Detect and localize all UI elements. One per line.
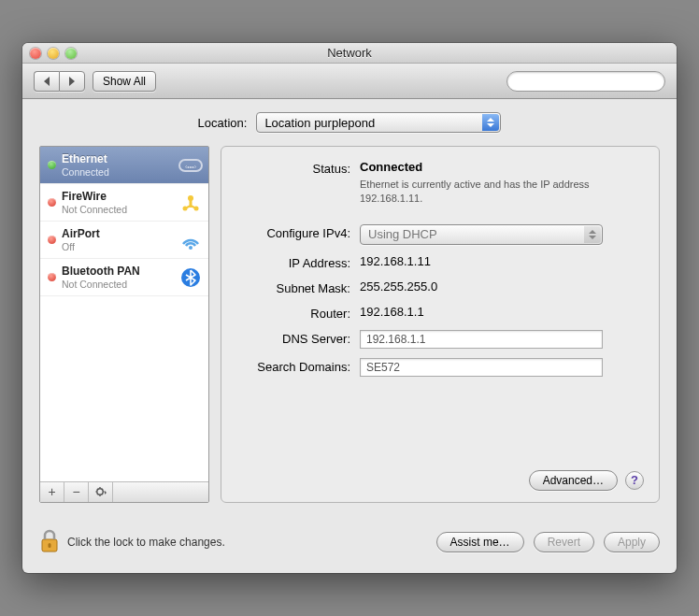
- search-field[interactable]: [506, 71, 665, 92]
- toolbar: Show All: [22, 64, 677, 99]
- updown-arrows-icon: [584, 226, 601, 243]
- search-domains-label: Search Domains:: [221, 358, 360, 374]
- dns-input[interactable]: [360, 330, 603, 349]
- location-value: Location purplepond: [264, 116, 375, 130]
- ethernet-icon: ‹•••›: [178, 153, 203, 178]
- bottom-buttons: Assist me… Revert Apply: [436, 532, 660, 552]
- interface-status: Off: [62, 241, 178, 252]
- interface-status: Not Connected: [62, 279, 178, 290]
- apply-button[interactable]: Apply: [604, 532, 660, 552]
- interface-name: FireWire: [62, 191, 178, 204]
- main: Ethernet Connected ‹•••› FireWire Not Co…: [39, 146, 660, 503]
- chevron-right-icon: [69, 77, 75, 86]
- status-description: Ethernet is currently active and has the…: [360, 178, 603, 206]
- location-label: Location:: [198, 116, 248, 130]
- configure-label: Configure IPv4:: [221, 224, 360, 240]
- svg-line-20: [102, 489, 103, 490]
- svg-line-9: [191, 206, 196, 208]
- bluetooth-icon: [178, 265, 203, 290]
- network-preferences-window: Network Show All Location: Location purp…: [22, 43, 677, 573]
- search-domains-row: Search Domains:: [221, 358, 642, 377]
- add-interface-button[interactable]: +: [40, 482, 64, 502]
- svg-rect-22: [49, 543, 51, 548]
- svg-text:‹•••›: ‹•••›: [185, 164, 197, 170]
- location-row: Location: Location purplepond: [39, 112, 660, 133]
- interface-list: Ethernet Connected ‹•••› FireWire Not Co…: [40, 147, 208, 481]
- bottom-bar: Click the lock to make changes. Assist m…: [22, 516, 677, 573]
- subnet-row: Subnet Mask: 255.255.255.0: [221, 279, 642, 295]
- configure-value: Using DHCP: [368, 227, 437, 241]
- action-menu-button[interactable]: [89, 482, 113, 502]
- status-value: Connected: [360, 160, 642, 174]
- updown-arrows-icon: [482, 114, 499, 131]
- search-domains-input[interactable]: [360, 358, 603, 377]
- search-input[interactable]: [519, 75, 659, 88]
- remove-interface-button[interactable]: −: [64, 482, 89, 502]
- advanced-button[interactable]: Advanced…: [529, 470, 618, 491]
- sidebar-item-bluetooth[interactable]: Bluetooth PAN Not Connected: [40, 259, 208, 296]
- configure-row: Configure IPv4: Using DHCP: [221, 224, 642, 245]
- status-dot-icon: [48, 198, 56, 207]
- nav-back-forward: [34, 71, 85, 92]
- configure-popup[interactable]: Using DHCP: [360, 224, 603, 245]
- sidebar-footer: + −: [40, 481, 208, 502]
- content: Location: Location purplepond Ethernet C…: [22, 99, 677, 516]
- chevron-left-icon: [44, 77, 50, 86]
- interface-name: AirPort: [62, 228, 178, 241]
- router-row: Router: 192.168.1.1: [221, 305, 642, 321]
- subnet-label: Subnet Mask:: [221, 279, 360, 295]
- interface-status: Connected: [62, 166, 178, 178]
- lock-row: Click the lock to make changes.: [39, 529, 225, 556]
- interface-name: Bluetooth PAN: [62, 265, 178, 279]
- status-label: Status:: [221, 160, 360, 176]
- router-value: 192.168.1.1: [360, 305, 642, 319]
- status-dot-icon: [48, 236, 56, 244]
- back-button[interactable]: [34, 71, 59, 92]
- help-button[interactable]: ?: [625, 471, 644, 490]
- svg-line-17: [97, 489, 98, 490]
- svg-point-10: [189, 246, 193, 250]
- svg-line-18: [102, 494, 103, 495]
- forward-button[interactable]: [59, 71, 85, 92]
- status-dot-icon: [48, 273, 56, 281]
- sidebar-item-airport[interactable]: AirPort Off: [40, 222, 208, 259]
- subnet-value: 255.255.255.0: [360, 279, 642, 294]
- details-footer: Advanced… ?: [529, 470, 644, 491]
- show-all-button[interactable]: Show All: [93, 71, 156, 92]
- interface-sidebar: Ethernet Connected ‹•••› FireWire Not Co…: [39, 146, 209, 503]
- dns-row: DNS Server:: [221, 330, 642, 349]
- lock-text: Click the lock to make changes.: [67, 536, 225, 549]
- revert-button[interactable]: Revert: [534, 532, 594, 552]
- ip-value: 192.168.1.11: [360, 254, 642, 268]
- interface-status: Not Connected: [62, 204, 178, 215]
- gear-icon: [94, 485, 107, 498]
- assist-button[interactable]: Assist me…: [436, 532, 524, 552]
- svg-line-8: [185, 206, 191, 208]
- router-label: Router:: [221, 305, 360, 321]
- ip-label: IP Address:: [221, 254, 360, 270]
- svg-line-19: [97, 494, 98, 495]
- dns-label: DNS Server:: [221, 330, 360, 346]
- location-popup[interactable]: Location purplepond: [256, 112, 501, 133]
- sidebar-item-ethernet[interactable]: Ethernet Connected ‹•••›: [40, 147, 208, 184]
- firewire-icon: [178, 191, 203, 215]
- ip-row: IP Address: 192.168.1.11: [221, 254, 642, 270]
- window-title: Network: [22, 46, 677, 60]
- status-row: Status: Connected Ethernet is currently …: [221, 160, 642, 206]
- status-dot-icon: [48, 161, 56, 169]
- titlebar: Network: [22, 43, 677, 64]
- sidebar-item-firewire[interactable]: FireWire Not Connected: [40, 184, 208, 222]
- lock-icon[interactable]: [39, 529, 60, 556]
- details-panel: Status: Connected Ethernet is currently …: [221, 146, 660, 503]
- interface-name: Ethernet: [62, 153, 178, 166]
- airport-icon: [178, 228, 203, 252]
